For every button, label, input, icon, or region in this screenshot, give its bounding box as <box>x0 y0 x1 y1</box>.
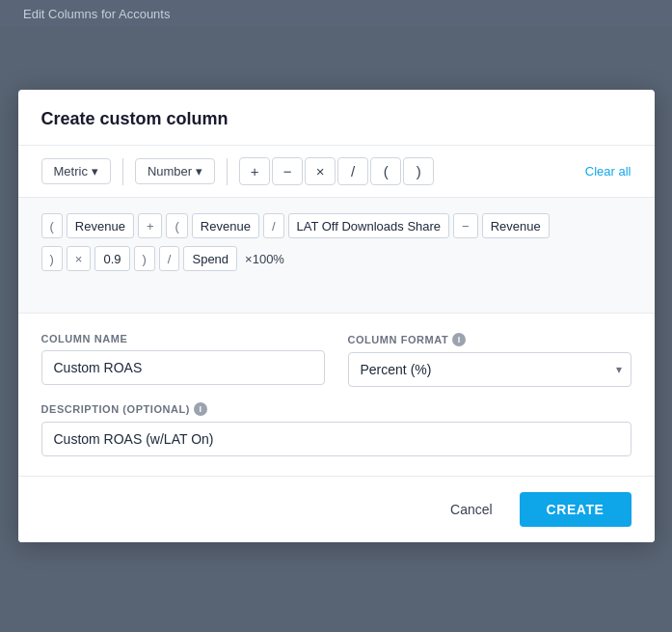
formula-token[interactable]: + <box>138 213 163 238</box>
column-format-select[interactable]: Percent (%) Number Currency ($) Integer <box>348 352 632 387</box>
cancel-button[interactable]: Cancel <box>435 494 508 525</box>
modal-footer: Cancel CREATE <box>18 477 655 542</box>
number-chevron-icon: ▾ <box>196 164 202 179</box>
formula-token[interactable]: Revenue <box>192 213 259 238</box>
background-title: Edit Columns for Accounts <box>23 7 170 21</box>
divide-operator-button[interactable]: / <box>337 157 368 185</box>
form-row-main: COLUMN NAME COLUMN FORMAT i Percent (%) … <box>41 333 632 387</box>
column-name-group: COLUMN NAME <box>41 333 325 387</box>
description-row: DESCRIPTION (OPTIONAL) i <box>41 402 632 456</box>
formula-token[interactable]: Spend <box>183 246 237 271</box>
formula-token[interactable]: ) <box>134 246 155 271</box>
formula-token[interactable]: / <box>159 246 180 271</box>
description-info-icon: i <box>194 402 207 416</box>
form-section: COLUMN NAME COLUMN FORMAT i Percent (%) … <box>18 314 655 477</box>
number-dropdown-button[interactable]: Number ▾ <box>135 158 215 184</box>
clear-all-button[interactable]: Clear all <box>585 159 632 183</box>
open-paren-button[interactable]: ( <box>370 157 401 185</box>
formula-area: ( Revenue + ( Revenue / LAT Off Download… <box>18 198 655 314</box>
formula-row-1: ( Revenue + ( Revenue / LAT Off Download… <box>41 213 632 238</box>
overlay: Edit Columns for Accounts Create custom … <box>0 0 672 632</box>
metric-label: Metric <box>54 164 88 179</box>
multiply-operator-button[interactable]: × <box>305 157 336 185</box>
metric-dropdown-button[interactable]: Metric ▾ <box>41 158 111 184</box>
background-header: Edit Columns for Accounts <box>0 0 672 27</box>
column-format-label: COLUMN FORMAT i <box>348 333 632 346</box>
number-label: Number <box>148 164 192 179</box>
divider-1 <box>122 158 123 185</box>
description-input[interactable] <box>41 422 632 456</box>
modal-header: Create custom column <box>18 90 655 146</box>
formula-row-2: ) × 0.9 ) / Spend ×100% <box>41 246 632 271</box>
close-paren-button[interactable]: ) <box>403 157 434 185</box>
formula-token[interactable]: ( <box>41 213 63 238</box>
toolbar-left-group: Metric ▾ Number ▾ + − × / ( ) <box>41 157 435 185</box>
plus-operator-button[interactable]: + <box>239 157 270 185</box>
formula-token[interactable]: ( <box>166 213 187 238</box>
column-name-label: COLUMN NAME <box>41 333 325 344</box>
formula-token[interactable]: − <box>453 213 478 238</box>
column-name-input[interactable] <box>41 350 325 385</box>
column-format-info-icon: i <box>452 333 466 346</box>
formula-token[interactable]: LAT Off Downloads Share <box>288 213 450 238</box>
toolbar: Metric ▾ Number ▾ + − × / ( ) Clear all <box>18 146 655 198</box>
formula-token[interactable]: / <box>263 213 284 238</box>
formula-token[interactable]: Revenue <box>67 213 134 238</box>
column-format-select-wrapper: Percent (%) Number Currency ($) Integer <box>348 352 632 387</box>
metric-chevron-icon: ▾ <box>92 164 98 179</box>
formula-percent-token: ×100% <box>241 246 288 271</box>
divider-2 <box>227 158 228 185</box>
formula-token[interactable]: 0.9 <box>94 246 129 271</box>
modal-dialog: Create custom column Metric ▾ Number ▾ +… <box>18 90 655 542</box>
minus-operator-button[interactable]: − <box>272 157 303 185</box>
column-format-group: COLUMN FORMAT i Percent (%) Number Curre… <box>348 333 632 387</box>
formula-token[interactable]: × <box>67 246 92 271</box>
modal-title: Create custom column <box>41 109 632 129</box>
create-button[interactable]: CREATE <box>520 492 632 527</box>
formula-token[interactable]: ) <box>41 246 63 271</box>
formula-token[interactable]: Revenue <box>482 213 550 238</box>
description-label: DESCRIPTION (OPTIONAL) i <box>41 402 632 416</box>
